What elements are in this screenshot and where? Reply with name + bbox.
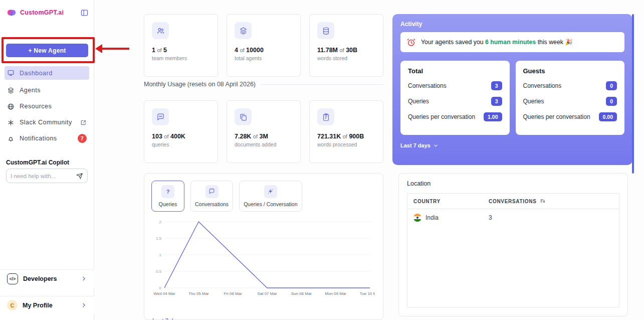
my-profile-row[interactable]: C My Profile xyxy=(0,296,94,314)
sparkle-icon xyxy=(264,185,277,198)
chevron-down-icon xyxy=(184,318,190,320)
activity-row: Queries 3 xyxy=(408,97,502,106)
svg-text:1: 1 xyxy=(159,253,162,257)
dashboard-icon xyxy=(7,69,15,77)
chevron-right-icon xyxy=(81,302,87,308)
location-table-header: COUNTRY CONVERSATIONS xyxy=(407,194,619,209)
svg-text:Wed 04 Mar: Wed 04 Mar xyxy=(153,291,175,296)
svg-text:0.5: 0.5 xyxy=(156,269,162,274)
stat-value: 103 of 400K xyxy=(152,133,210,140)
activity-row: Queries per conversation 1.00 xyxy=(408,112,502,121)
svg-text:Fri 06 Mar: Fri 06 Mar xyxy=(224,291,242,296)
dashboard-page: CustomGPT.ai + New Agent Dashboard Agent… xyxy=(0,0,644,320)
profile-avatar: C xyxy=(7,300,18,310)
divider xyxy=(261,84,383,85)
sidebar-item-label: Agents xyxy=(20,87,41,94)
sidebar-nav: Dashboard Agents Resources Slack Communi… xyxy=(0,66,94,146)
usage-chart: 00.511.52Wed 04 MarThu 05 MarFri 06 MarS… xyxy=(151,218,375,298)
conversations-value: 3 xyxy=(489,214,613,221)
chevron-down-icon xyxy=(433,143,439,148)
table-row: India 3 xyxy=(407,209,619,226)
usage-card-documents: 7.28K of 3M documents added xyxy=(227,100,301,163)
stack-icon xyxy=(235,22,252,39)
tab-conversations[interactable]: Conversations xyxy=(190,181,233,212)
annotation-arrow xyxy=(95,44,102,53)
send-icon[interactable] xyxy=(76,173,83,180)
india-flag-icon xyxy=(413,214,421,222)
activity-row: Queries 0 xyxy=(523,97,617,106)
sidebar-item-dashboard[interactable]: Dashboard xyxy=(5,66,89,80)
value-badge: 0 xyxy=(606,81,617,90)
activity-card-total: Total Conversations 3 Queries 3 Queries … xyxy=(400,61,510,135)
sort-icon[interactable] xyxy=(540,198,546,204)
activity-banner: Your agents saved you 6 human minutes th… xyxy=(400,32,624,52)
stat-value: 4 of 10000 xyxy=(235,47,293,54)
location-table: COUNTRY CONVERSATIONS India 3 xyxy=(407,193,619,307)
stat-caption: words stored xyxy=(317,55,375,61)
activity-card-guests: Guests Conversations 0 Queries 0 Queries… xyxy=(516,61,625,135)
developers-row[interactable]: </> Developers xyxy=(0,269,94,287)
slack-community-icon xyxy=(7,119,15,126)
chat-bubble-icon xyxy=(152,108,169,125)
value-badge: 1.00 xyxy=(484,112,502,121)
copy-icon xyxy=(235,108,252,125)
activity-panel: Activity Your agents saved you 6 human m… xyxy=(392,14,632,165)
sidebar-item-notifications[interactable]: Notifications 7 xyxy=(0,130,94,146)
svg-text:0: 0 xyxy=(159,286,162,290)
sidebar-item-label: Dashboard xyxy=(20,70,53,77)
usage-card-queries: 103 of 400K queries xyxy=(144,100,218,163)
monthly-usage-title: Monthly Usage (resets on 08 April 2026) xyxy=(144,81,256,88)
sidebar-item-slack-community[interactable]: Slack Community xyxy=(0,114,94,130)
copilot-input-box xyxy=(6,169,88,183)
chart-range-selector[interactable]: Last 7 days xyxy=(152,317,190,320)
usage-chart-card: ? Queries Conversations Queries / Conver… xyxy=(144,173,383,320)
new-agent-button[interactable]: + New Agent xyxy=(6,44,88,57)
alarm-clock-icon xyxy=(406,38,416,47)
external-link-icon xyxy=(80,119,87,126)
sidebar-item-agents[interactable]: Agents xyxy=(0,82,94,98)
activity-range-selector[interactable]: Last 7 days xyxy=(400,142,624,148)
column-country: COUNTRY xyxy=(413,199,489,204)
svg-text:Thu 05 Mar: Thu 05 Mar xyxy=(188,291,209,296)
stat-caption: documents added xyxy=(235,141,293,147)
saved-minutes: 6 human minutes xyxy=(485,39,538,46)
sidebar-item-label: Resources xyxy=(20,103,52,110)
scrollbar-thumb[interactable] xyxy=(632,14,634,174)
stat-card-team-members: 1 of 5 team members xyxy=(144,14,218,77)
globe-icon xyxy=(7,103,15,110)
team-icon xyxy=(152,22,169,39)
stat-card-words-stored: 11.78M of 30B words stored xyxy=(309,14,383,77)
value-badge: 3 xyxy=(491,97,502,106)
stat-caption: queries xyxy=(152,141,210,147)
logo-row: CustomGPT.ai xyxy=(6,7,89,18)
clipboard-icon xyxy=(317,108,334,125)
activity-title: Activity xyxy=(400,21,624,28)
country-cell: India xyxy=(413,214,489,222)
question-icon: ? xyxy=(161,185,174,198)
chart-area: 00.511.52Wed 04 MarThu 05 MarFri 06 MarS… xyxy=(151,218,376,300)
monthly-usage-header: Monthly Usage (resets on 08 April 2026) xyxy=(144,81,383,88)
tab-queries[interactable]: ? Queries xyxy=(151,181,184,212)
layers-icon xyxy=(7,87,15,94)
database-icon xyxy=(317,22,334,39)
chat-bubble-icon xyxy=(205,185,219,198)
chevron-right-icon xyxy=(81,275,87,282)
svg-text:1.5: 1.5 xyxy=(156,236,162,241)
column-conversations: CONVERSATIONS xyxy=(489,198,613,204)
copilot-title: CustomGPT.ai Copilot xyxy=(6,159,69,166)
tab-queries-per-conversation[interactable]: Queries / Conversation xyxy=(239,181,302,212)
stat-value: 11.78M of 30B xyxy=(317,47,375,54)
stat-value: 721.31K of 900B xyxy=(317,133,375,140)
value-badge: 0 xyxy=(606,97,617,106)
stat-card-total-agents: 4 of 10000 total agents xyxy=(227,14,301,77)
party-emoji: 🎉 xyxy=(565,39,572,46)
stat-caption: total agents xyxy=(235,55,293,61)
usage-card-words-processed: 721.31K of 900B words processed xyxy=(309,100,383,163)
sidebar-item-resources[interactable]: Resources xyxy=(0,98,94,114)
activity-row: Conversations 0 xyxy=(523,81,617,90)
panel-toggle-icon[interactable] xyxy=(80,9,89,17)
copilot-input[interactable] xyxy=(11,173,76,179)
svg-text:Mon 09 Mar: Mon 09 Mar xyxy=(325,291,346,296)
svg-text:Tue 10 Mar: Tue 10 Mar xyxy=(360,291,375,296)
activity-row: Conversations 3 xyxy=(408,81,502,90)
